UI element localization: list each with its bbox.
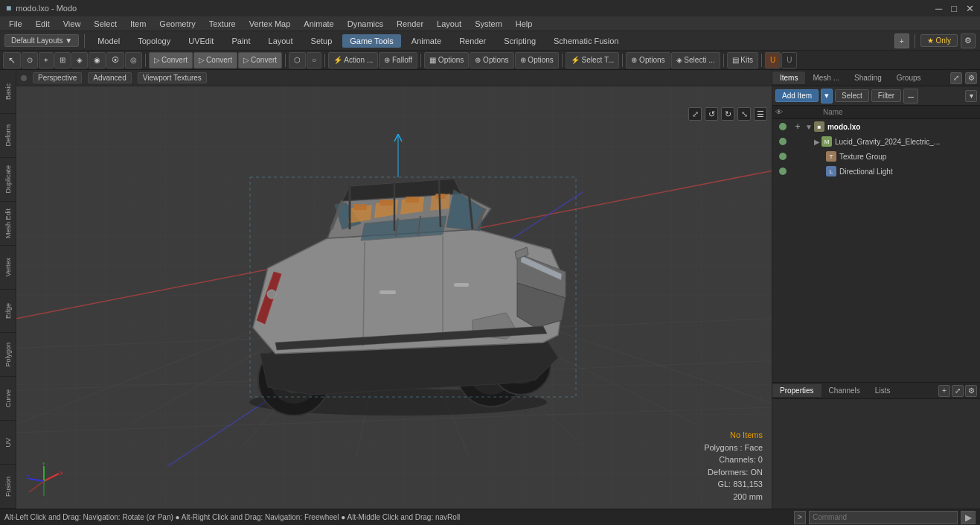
viewport-textures-btn[interactable]: Viewport Textures <box>138 72 207 83</box>
command-input[interactable] <box>809 511 958 524</box>
select-info-btn[interactable]: ◈ Selecti ... <box>671 52 720 69</box>
item-row-light[interactable]: L Directional Light <box>772 164 980 179</box>
menu-layout[interactable]: Layout <box>431 18 467 30</box>
add-layout-btn[interactable]: + <box>894 34 909 48</box>
item-row-lucid[interactable]: ▶ M Lucid_Gravity_2024_Electric_... <box>772 134 980 149</box>
sidebar-tab-basic[interactable]: Basic <box>0 70 16 114</box>
tab-paint[interactable]: Paint <box>224 34 257 48</box>
only-btn[interactable]: ★ Only <box>920 34 958 47</box>
prop-tab-lists[interactable]: Lists <box>868 384 898 397</box>
minimize-btn[interactable]: ─ <box>935 3 942 14</box>
unreal-icon2[interactable]: U <box>781 52 797 69</box>
viewport[interactable]: Perspective Advanced Viewport Textures <box>16 70 772 509</box>
menu-vertex-map[interactable]: Vertex Map <box>243 18 297 30</box>
menu-geometry[interactable]: Geometry <box>153 18 201 30</box>
tab-topology[interactable]: Topology <box>130 34 178 48</box>
viewport-canvas[interactable]: ⤢ ↺ ↻ ⤡ ☰ No Items Polygons : Face Chann… <box>16 86 772 509</box>
tool-icon4[interactable]: ◈ <box>71 52 88 69</box>
sidebar-tab-deform[interactable]: Deform <box>0 114 16 158</box>
layout-settings-btn[interactable]: ⚙ <box>961 34 976 48</box>
select-type-btn[interactable]: ⚡ Select T... <box>566 52 620 69</box>
items-list[interactable]: + ▼ ■ modo.lxo ▶ M Lucid_Gravity_2024_El… <box>772 119 980 382</box>
default-layouts-btn[interactable]: Default Layouts ▼ <box>4 34 79 47</box>
filter-btn[interactable]: Filter <box>871 89 901 102</box>
tool-circle[interactable]: ○ <box>307 52 321 69</box>
vp-ctrl-redo[interactable]: ↻ <box>721 107 734 121</box>
menu-select[interactable]: Select <box>88 18 123 30</box>
menu-item[interactable]: Item <box>124 18 152 30</box>
statusbar-chevron[interactable]: > <box>794 511 806 524</box>
panel-expand-btn[interactable]: ⤢ <box>950 72 962 84</box>
panel-tab-shading[interactable]: Shading <box>847 71 889 84</box>
tool-grid[interactable]: ⊞ <box>54 52 71 69</box>
menu-dynamics[interactable]: Dynamics <box>342 18 389 30</box>
menu-render[interactable]: Render <box>391 18 429 30</box>
menu-help[interactable]: Help <box>510 18 539 30</box>
sidebar-tab-polygon[interactable]: Polygon <box>0 333 16 377</box>
tool-icon7[interactable]: ◎ <box>125 52 142 69</box>
prop-tab-properties[interactable]: Properties <box>772 384 822 397</box>
close-btn[interactable]: ✕ <box>966 3 974 14</box>
vp-ctrl-frame[interactable]: ⤢ <box>688 107 702 121</box>
menu-edit[interactable]: Edit <box>30 18 56 30</box>
tab-scripting[interactable]: Scripting <box>496 34 543 48</box>
tool-select-lasso[interactable]: ⌖ <box>39 52 54 69</box>
tool-hex[interactable]: ⬡ <box>289 52 306 69</box>
item-eye-light[interactable] <box>775 168 790 175</box>
sidebar-tab-edge[interactable]: Edge <box>0 290 16 334</box>
sidebar-tab-vertex[interactable]: Vertex <box>0 246 16 290</box>
tab-schematic-fusion[interactable]: Schematic Fusion <box>546 34 626 48</box>
sidebar-tab-mesh-edit[interactable]: Mesh Edit <box>0 202 16 246</box>
options-btn-1[interactable]: ▦ Options <box>424 52 469 69</box>
add-item-btn[interactable]: Add Item <box>775 89 819 102</box>
menu-texture[interactable]: Texture <box>203 18 242 30</box>
vp-ctrl-menu[interactable]: ☰ <box>754 107 767 121</box>
tool-icon6[interactable]: ⦿ <box>106 52 124 69</box>
tab-layout[interactable]: Layout <box>261 34 301 48</box>
convert-btn-2[interactable]: ▷ Convert <box>193 52 237 69</box>
convert-btn-3[interactable]: ▷ Convert <box>238 52 282 69</box>
select-btn[interactable]: Select <box>835 89 869 102</box>
item-eye-lucid[interactable] <box>775 138 790 145</box>
titlebar-controls[interactable]: ─ □ ✕ <box>935 3 974 14</box>
tool-select-mode[interactable]: ↖ <box>3 52 21 69</box>
tab-render[interactable]: Render <box>452 34 493 48</box>
tab-model[interactable]: Model <box>90 34 127 48</box>
prop-settings-btn[interactable]: ⚙ <box>965 385 977 397</box>
unreal-icon1[interactable]: U <box>765 52 781 69</box>
sidebar-tab-duplicate[interactable]: Duplicate <box>0 158 16 202</box>
item-eye-texture[interactable] <box>775 153 790 160</box>
options-btn-3[interactable]: ⊕ Options <box>515 52 559 69</box>
tool-icon5[interactable]: ◉ <box>89 52 106 69</box>
items-filter-icon[interactable]: ▾ <box>965 90 977 102</box>
items-minus-btn[interactable]: – <box>903 89 918 104</box>
panel-tab-items[interactable]: Items <box>772 71 805 84</box>
item-eye-root[interactable] <box>775 123 790 130</box>
menu-system[interactable]: System <box>469 18 508 30</box>
panel-settings-btn[interactable]: ⚙ <box>965 72 977 84</box>
add-item-dropdown[interactable]: ▾ <box>821 89 833 104</box>
tab-uvedit[interactable]: UVEdit <box>181 34 221 48</box>
panel-tab-groups[interactable]: Groups <box>889 71 929 84</box>
expand-arrow-root[interactable]: ▼ <box>805 123 813 131</box>
menu-animate[interactable]: Animate <box>298 18 339 30</box>
run-command-btn[interactable]: ▶ <box>961 511 976 524</box>
tab-game-tools[interactable]: Game Tools <box>342 34 401 48</box>
maximize-btn[interactable]: □ <box>951 3 957 14</box>
item-row-texture[interactable]: T Texture Group <box>772 149 980 164</box>
kits-btn[interactable]: ▤ Kits <box>727 52 758 69</box>
menu-view[interactable]: View <box>57 18 87 30</box>
prop-add-btn[interactable]: + <box>938 385 950 397</box>
menu-file[interactable]: File <box>3 18 28 30</box>
sidebar-tab-curve[interactable]: Curve <box>0 377 16 421</box>
advanced-btn[interactable]: Advanced <box>88 72 131 83</box>
vp-ctrl-undo[interactable]: ↺ <box>705 107 718 121</box>
action-btn[interactable]: ⚡ Action ... <box>328 52 378 69</box>
tab-setup[interactable]: Setup <box>304 34 340 48</box>
perspective-btn[interactable]: Perspective <box>33 72 82 83</box>
prop-tab-channels[interactable]: Channels <box>822 384 868 397</box>
tab-animate[interactable]: Animate <box>404 34 449 48</box>
panel-tab-mesh[interactable]: Mesh ... <box>805 71 847 84</box>
item-row-root[interactable]: + ▼ ■ modo.lxo <box>772 119 980 134</box>
add-icon-root[interactable]: + <box>790 121 805 132</box>
